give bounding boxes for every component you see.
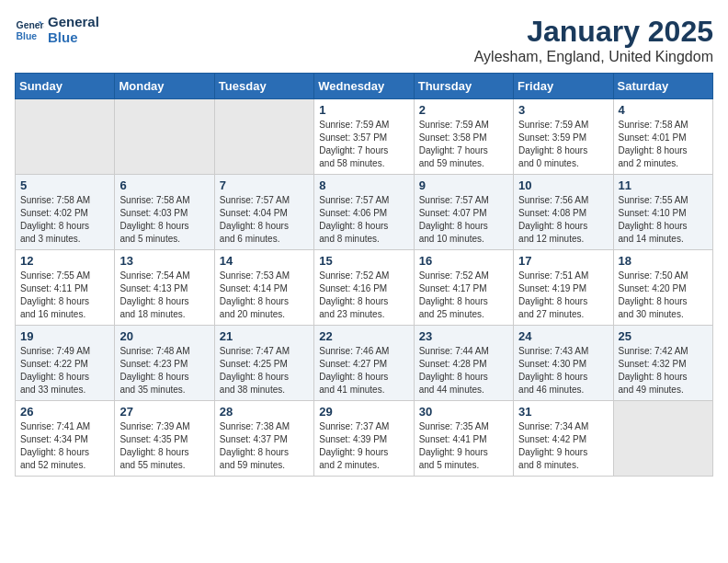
calendar-body: 1Sunrise: 7:59 AM Sunset: 3:57 PM Daylig… — [16, 99, 713, 477]
day-info: Sunrise: 7:58 AM Sunset: 4:02 PM Dayligh… — [20, 194, 109, 246]
calendar-cell: 26Sunrise: 7:41 AM Sunset: 4:34 PM Dayli… — [16, 401, 115, 477]
page-header: General Blue General Blue January 2025 A… — [15, 15, 713, 65]
calendar-cell: 4Sunrise: 7:58 AM Sunset: 4:01 PM Daylig… — [613, 99, 712, 175]
calendar-cell: 3Sunrise: 7:59 AM Sunset: 3:59 PM Daylig… — [514, 99, 613, 175]
day-info: Sunrise: 7:55 AM Sunset: 4:11 PM Dayligh… — [20, 270, 109, 321]
day-number: 10 — [518, 178, 608, 192]
weekday-header-saturday: Saturday — [613, 74, 712, 99]
day-info: Sunrise: 7:59 AM Sunset: 3:57 PM Dayligh… — [319, 119, 408, 170]
logo: General Blue General Blue — [15, 15, 99, 45]
calendar-cell — [115, 99, 214, 175]
day-number: 17 — [518, 254, 608, 268]
calendar-cell: 7Sunrise: 7:57 AM Sunset: 4:04 PM Daylig… — [214, 175, 313, 250]
calendar-cell: 17Sunrise: 7:51 AM Sunset: 4:19 PM Dayli… — [514, 250, 613, 326]
day-number: 7 — [220, 178, 309, 192]
day-number: 4 — [619, 103, 708, 117]
weekday-header-thursday: Thursday — [414, 74, 513, 99]
calendar-cell: 21Sunrise: 7:47 AM Sunset: 4:25 PM Dayli… — [214, 326, 313, 401]
day-info: Sunrise: 7:52 AM Sunset: 4:17 PM Dayligh… — [419, 270, 508, 321]
calendar-cell: 20Sunrise: 7:48 AM Sunset: 4:23 PM Dayli… — [115, 326, 214, 401]
day-number: 13 — [119, 254, 209, 268]
day-info: Sunrise: 7:42 AM Sunset: 4:32 PM Dayligh… — [619, 345, 708, 396]
calendar-cell: 24Sunrise: 7:43 AM Sunset: 4:30 PM Dayli… — [514, 326, 613, 401]
day-number: 24 — [518, 329, 608, 343]
day-info: Sunrise: 7:44 AM Sunset: 4:28 PM Dayligh… — [419, 345, 508, 396]
calendar-cell: 19Sunrise: 7:49 AM Sunset: 4:22 PM Dayli… — [16, 326, 115, 401]
calendar-cell: 15Sunrise: 7:52 AM Sunset: 4:16 PM Dayli… — [314, 250, 414, 326]
day-number: 16 — [419, 254, 508, 268]
weekday-header-monday: Monday — [115, 74, 214, 99]
logo-icon: General Blue — [15, 16, 44, 45]
day-info: Sunrise: 7:49 AM Sunset: 4:22 PM Dayligh… — [20, 345, 109, 396]
calendar-cell: 28Sunrise: 7:38 AM Sunset: 4:37 PM Dayli… — [214, 401, 313, 477]
calendar-cell: 30Sunrise: 7:35 AM Sunset: 4:41 PM Dayli… — [414, 401, 513, 477]
calendar-cell: 16Sunrise: 7:52 AM Sunset: 4:17 PM Dayli… — [414, 250, 513, 326]
calendar-table: SundayMondayTuesdayWednesdayThursdayFrid… — [15, 73, 713, 477]
day-number: 18 — [619, 254, 708, 268]
day-number: 14 — [220, 254, 309, 268]
calendar-cell: 11Sunrise: 7:55 AM Sunset: 4:10 PM Dayli… — [613, 175, 712, 250]
day-info: Sunrise: 7:47 AM Sunset: 4:25 PM Dayligh… — [220, 345, 309, 396]
day-info: Sunrise: 7:57 AM Sunset: 4:06 PM Dayligh… — [319, 194, 408, 246]
calendar-week-2: 5Sunrise: 7:58 AM Sunset: 4:02 PM Daylig… — [16, 175, 713, 250]
day-number: 19 — [20, 329, 109, 343]
calendar-cell: 27Sunrise: 7:39 AM Sunset: 4:35 PM Dayli… — [115, 401, 214, 477]
calendar-subtitle: Aylesham, England, United Kingdom — [474, 49, 713, 65]
calendar-cell: 18Sunrise: 7:50 AM Sunset: 4:20 PM Dayli… — [613, 250, 712, 326]
calendar-title: January 2025 — [474, 15, 713, 49]
day-number: 25 — [619, 329, 708, 343]
calendar-cell: 31Sunrise: 7:34 AM Sunset: 4:42 PM Dayli… — [514, 401, 613, 477]
day-info: Sunrise: 7:53 AM Sunset: 4:14 PM Dayligh… — [220, 270, 309, 321]
day-info: Sunrise: 7:57 AM Sunset: 4:04 PM Dayligh… — [220, 194, 309, 246]
calendar-cell: 14Sunrise: 7:53 AM Sunset: 4:14 PM Dayli… — [214, 250, 313, 326]
day-info: Sunrise: 7:57 AM Sunset: 4:07 PM Dayligh… — [419, 194, 508, 246]
day-number: 26 — [20, 405, 109, 419]
weekday-header-friday: Friday — [514, 74, 613, 99]
calendar-cell: 22Sunrise: 7:46 AM Sunset: 4:27 PM Dayli… — [314, 326, 414, 401]
calendar-week-1: 1Sunrise: 7:59 AM Sunset: 3:57 PM Daylig… — [16, 99, 713, 175]
calendar-cell: 29Sunrise: 7:37 AM Sunset: 4:39 PM Dayli… — [314, 401, 414, 477]
calendar-cell: 12Sunrise: 7:55 AM Sunset: 4:11 PM Dayli… — [16, 250, 115, 326]
day-info: Sunrise: 7:34 AM Sunset: 4:42 PM Dayligh… — [518, 420, 608, 472]
weekday-header-sunday: Sunday — [16, 74, 115, 99]
day-number: 31 — [518, 405, 608, 419]
day-number: 9 — [419, 178, 508, 192]
day-number: 11 — [619, 178, 708, 192]
day-info: Sunrise: 7:41 AM Sunset: 4:34 PM Dayligh… — [20, 420, 109, 472]
day-number: 15 — [319, 254, 408, 268]
logo-line2: Blue — [48, 30, 99, 46]
calendar-cell: 2Sunrise: 7:59 AM Sunset: 3:58 PM Daylig… — [414, 99, 513, 175]
calendar-cell: 8Sunrise: 7:57 AM Sunset: 4:06 PM Daylig… — [314, 175, 414, 250]
day-info: Sunrise: 7:39 AM Sunset: 4:35 PM Dayligh… — [119, 420, 209, 472]
logo-line1: General — [48, 15, 99, 30]
calendar-cell: 6Sunrise: 7:58 AM Sunset: 4:03 PM Daylig… — [115, 175, 214, 250]
day-info: Sunrise: 7:52 AM Sunset: 4:16 PM Dayligh… — [319, 270, 408, 321]
day-info: Sunrise: 7:38 AM Sunset: 4:37 PM Dayligh… — [220, 420, 309, 472]
calendar-cell: 1Sunrise: 7:59 AM Sunset: 3:57 PM Daylig… — [314, 99, 414, 175]
calendar-cell: 10Sunrise: 7:56 AM Sunset: 4:08 PM Dayli… — [514, 175, 613, 250]
calendar-cell: 5Sunrise: 7:58 AM Sunset: 4:02 PM Daylig… — [16, 175, 115, 250]
day-info: Sunrise: 7:55 AM Sunset: 4:10 PM Dayligh… — [619, 194, 708, 246]
calendar-cell: 23Sunrise: 7:44 AM Sunset: 4:28 PM Dayli… — [414, 326, 513, 401]
day-info: Sunrise: 7:59 AM Sunset: 3:59 PM Dayligh… — [518, 119, 608, 170]
day-number: 6 — [119, 178, 209, 192]
day-number: 12 — [20, 254, 109, 268]
day-number: 23 — [419, 329, 508, 343]
day-info: Sunrise: 7:59 AM Sunset: 3:58 PM Dayligh… — [419, 119, 508, 170]
weekday-header-tuesday: Tuesday — [214, 74, 313, 99]
day-info: Sunrise: 7:54 AM Sunset: 4:13 PM Dayligh… — [119, 270, 209, 321]
day-number: 27 — [119, 405, 209, 419]
day-info: Sunrise: 7:58 AM Sunset: 4:03 PM Dayligh… — [119, 194, 209, 246]
calendar-cell — [613, 401, 712, 477]
svg-text:Blue: Blue — [17, 30, 38, 40]
day-info: Sunrise: 7:48 AM Sunset: 4:23 PM Dayligh… — [119, 345, 209, 396]
day-number: 5 — [20, 178, 109, 192]
day-number: 20 — [119, 329, 209, 343]
calendar-week-3: 12Sunrise: 7:55 AM Sunset: 4:11 PM Dayli… — [16, 250, 713, 326]
day-number: 30 — [419, 405, 508, 419]
calendar-cell: 9Sunrise: 7:57 AM Sunset: 4:07 PM Daylig… — [414, 175, 513, 250]
day-number: 1 — [319, 103, 408, 117]
calendar-week-4: 19Sunrise: 7:49 AM Sunset: 4:22 PM Dayli… — [16, 326, 713, 401]
calendar-week-5: 26Sunrise: 7:41 AM Sunset: 4:34 PM Dayli… — [16, 401, 713, 477]
day-number: 3 — [518, 103, 608, 117]
